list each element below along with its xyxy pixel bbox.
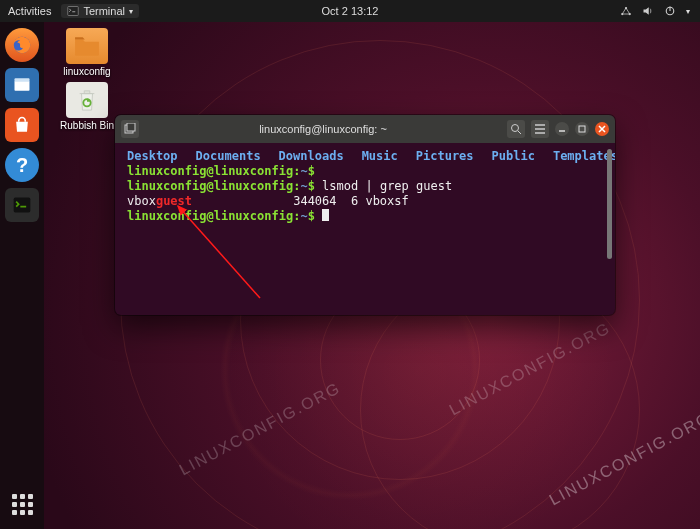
- window-titlebar[interactable]: linuxconfig@linuxconfig: ~: [115, 115, 615, 143]
- volume-icon: [642, 5, 654, 17]
- files-icon: [12, 75, 32, 95]
- maximize-button[interactable]: [575, 122, 589, 136]
- scrollbar-thumb[interactable]: [607, 149, 612, 259]
- new-tab-icon: [124, 123, 136, 135]
- svg-rect-0: [68, 7, 79, 16]
- svg-rect-16: [579, 126, 585, 132]
- svg-line-14: [518, 131, 521, 134]
- ls-output: DesktopDocumentsDownloadsMusicPicturesPu…: [127, 149, 603, 164]
- minimize-icon: [558, 125, 566, 133]
- terminal-line: linuxconfig@linuxconfig:~$ lsmod | grep …: [127, 179, 603, 194]
- help-icon: ?: [16, 154, 28, 177]
- svg-point-13: [512, 125, 519, 132]
- new-tab-button[interactable]: [121, 120, 139, 138]
- dock-firefox[interactable]: [5, 28, 39, 62]
- desktop-icon-label: linuxconfig: [54, 66, 120, 77]
- desktop-trash[interactable]: Rubbish Bin: [54, 82, 120, 131]
- svg-rect-12: [127, 123, 135, 131]
- dock-files[interactable]: [5, 68, 39, 102]
- terminal-window: linuxconfig@linuxconfig: ~ DesktopDocume…: [115, 115, 615, 315]
- terminal-line: linuxconfig@linuxconfig:~$: [127, 164, 603, 179]
- terminal-icon: [12, 195, 32, 215]
- close-icon: [598, 125, 606, 133]
- dock-help[interactable]: ?: [5, 148, 39, 182]
- search-icon: [510, 123, 522, 135]
- search-button[interactable]: [507, 120, 525, 138]
- system-tray[interactable]: ▾: [620, 5, 700, 17]
- hamburger-icon: [534, 123, 546, 135]
- minimize-button[interactable]: [555, 122, 569, 136]
- svg-rect-7: [15, 81, 30, 91]
- dock: ?: [0, 22, 44, 529]
- chevron-down-icon: ▾: [686, 7, 690, 16]
- app-menu-label: Terminal: [83, 5, 125, 17]
- terminal-body[interactable]: DesktopDocumentsDownloadsMusicPicturesPu…: [115, 143, 615, 315]
- close-button[interactable]: [595, 122, 609, 136]
- show-applications-button[interactable]: [5, 487, 39, 521]
- desktop-folder-linuxconfig[interactable]: linuxconfig: [54, 28, 120, 77]
- svg-rect-9: [14, 198, 31, 213]
- power-icon: [664, 5, 676, 17]
- terminal-line: vboxguest 344064 6 vboxsf: [127, 194, 603, 209]
- svg-rect-8: [15, 78, 30, 81]
- terminal-icon: [67, 5, 79, 17]
- trash-icon: [66, 82, 108, 118]
- terminal-cursor: [322, 209, 329, 221]
- top-menubar: Activities Terminal ▾ Oct 2 13:12 ▾: [0, 0, 700, 22]
- hamburger-menu-button[interactable]: [531, 120, 549, 138]
- dock-terminal[interactable]: [5, 188, 39, 222]
- activities-button[interactable]: Activities: [8, 5, 51, 17]
- maximize-icon: [578, 125, 586, 133]
- desktop-icon-label: Rubbish Bin: [54, 120, 120, 131]
- firefox-icon: [11, 34, 33, 56]
- terminal-line: linuxconfig@linuxconfig:~$: [127, 209, 603, 224]
- folder-icon: [66, 28, 108, 64]
- shopping-bag-icon: [12, 115, 32, 135]
- window-title: linuxconfig@linuxconfig: ~: [145, 123, 501, 135]
- dock-software[interactable]: [5, 108, 39, 142]
- chevron-down-icon: ▾: [129, 7, 133, 16]
- clock[interactable]: Oct 2 13:12: [322, 5, 379, 17]
- app-menu[interactable]: Terminal ▾: [61, 4, 139, 18]
- network-icon: [620, 5, 632, 17]
